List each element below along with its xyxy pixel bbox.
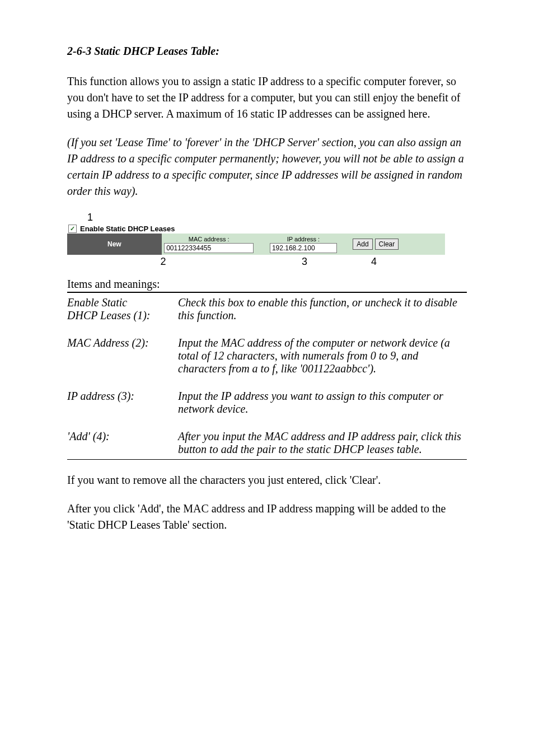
- clear-button[interactable]: Clear: [375, 239, 399, 250]
- intro-paragraph-2: (If you set 'Lease Time' to 'forever' in…: [67, 134, 467, 199]
- def-desc: Check this box to enable this function, …: [178, 293, 467, 326]
- new-row-badge: New: [67, 234, 162, 255]
- callout-number-3: 3: [240, 256, 369, 268]
- items-and-meanings-table: Enable Static DHCP Leases (1): Check thi…: [67, 292, 467, 460]
- static-dhcp-leases-ui: 1 ✓ Enable Static DHCP Leases New MAC ad…: [67, 212, 467, 268]
- callout-number-4: 4: [369, 256, 447, 268]
- add-note-paragraph: After you click 'Add', the MAC address a…: [67, 501, 467, 533]
- ip-address-label: IP address :: [287, 236, 320, 242]
- items-and-meanings-heading: Items and meanings:: [67, 278, 467, 292]
- def-desc: After you input the MAC address and IP a…: [178, 427, 467, 460]
- def-desc: Input the MAC address of the computer or…: [178, 333, 467, 379]
- mac-address-label: MAC address :: [189, 236, 229, 242]
- def-term: DHCP Leases (1):: [67, 309, 174, 322]
- def-term: Enable Static: [67, 296, 174, 309]
- def-term: IP address (3):: [67, 386, 178, 419]
- def-term: 'Add' (4):: [67, 427, 178, 460]
- enable-static-dhcp-checkbox[interactable]: ✓: [68, 225, 77, 233]
- section-title: 2-6-3 Static DHCP Leases Table:: [67, 45, 467, 58]
- clear-note-paragraph: If you want to remove all the characters…: [67, 472, 467, 488]
- def-desc: Input the IP address you want to assign …: [178, 386, 467, 419]
- callout-number-1: 1: [87, 212, 467, 223]
- add-button[interactable]: Add: [353, 239, 372, 250]
- ip-address-input[interactable]: [270, 243, 337, 253]
- def-term: MAC Address (2):: [67, 333, 178, 379]
- enable-static-dhcp-label: Enable Static DHCP Leases: [80, 225, 175, 233]
- intro-paragraph-1: This function allows you to assign a sta…: [67, 73, 467, 122]
- mac-address-input[interactable]: [164, 243, 254, 253]
- callout-number-2: 2: [86, 256, 240, 268]
